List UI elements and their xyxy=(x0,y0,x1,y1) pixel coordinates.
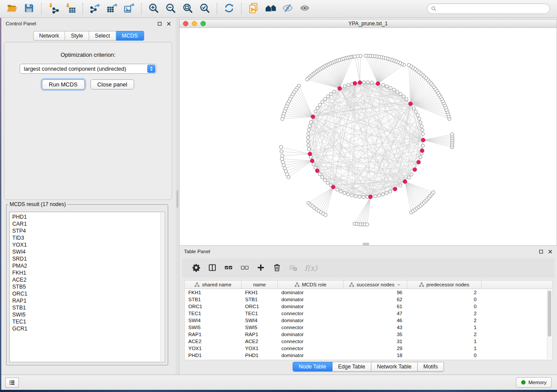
import-network-button[interactable] xyxy=(45,2,62,16)
mcds-result-item[interactable]: TID3 xyxy=(12,234,165,241)
table-row[interactable]: FKH1FKH1dominator962 xyxy=(185,289,552,296)
cell-predecessor-nodes: 1 xyxy=(407,339,481,344)
cell-shared-name: SWI5 xyxy=(185,325,242,330)
zoom-fit-button[interactable] xyxy=(179,2,196,16)
tab-mcds[interactable]: MCDS xyxy=(116,31,144,41)
mcds-result-item[interactable]: SWI4 xyxy=(12,248,165,255)
cell-predecessor-nodes: 0 xyxy=(407,353,481,358)
mcds-result-item[interactable]: ACE2 xyxy=(12,276,165,283)
zoom-out-icon xyxy=(165,3,176,15)
table-row[interactable]: YOX1YOX1connector291 xyxy=(185,345,552,352)
table-settings-button[interactable] xyxy=(188,260,204,276)
function-builder-icon: f(x) xyxy=(304,264,317,272)
table-row[interactable]: SWI5SWI5connector431 xyxy=(185,324,552,331)
table-row[interactable]: ORC1ORC1dominator610 xyxy=(185,303,552,310)
close-panel-button[interactable]: Close panel xyxy=(90,79,135,89)
tab-motifs[interactable]: Motifs xyxy=(418,362,444,371)
mcds-result-item[interactable]: PMA2 xyxy=(12,262,165,269)
column-header-predecessor-nodes[interactable]: predecessor nodes xyxy=(407,281,481,289)
close-window-icon[interactable] xyxy=(183,21,188,26)
mcds-result-item[interactable]: FKH1 xyxy=(12,269,165,276)
cell-name: SWI4 xyxy=(242,318,278,323)
mcds-result-item[interactable]: STB5 xyxy=(12,283,165,290)
import-table-button[interactable] xyxy=(62,2,79,16)
column-header-successor-nodes[interactable]: successor nodes xyxy=(343,281,407,289)
table-row[interactable]: RAP1RAP1dominator352 xyxy=(185,331,552,338)
application-window: Control Panel NetworkStyleSelectMCDS Opt… xyxy=(0,0,557,392)
mcds-result-item[interactable]: TEC1 xyxy=(12,318,165,325)
minimize-window-icon[interactable] xyxy=(192,21,197,26)
memory-button[interactable]: Memory xyxy=(516,377,552,388)
mcds-list-scrollbar[interactable] xyxy=(160,213,164,361)
show-hidden-button[interactable] xyxy=(296,2,313,16)
open-file-button[interactable] xyxy=(3,2,21,16)
mcds-result-item[interactable]: ORC1 xyxy=(12,290,165,297)
zoom-out-button[interactable] xyxy=(162,2,179,16)
tab-network-table[interactable]: Network Table xyxy=(371,362,418,371)
save-session-button[interactable] xyxy=(21,2,38,16)
mcds-result-list[interactable]: PHD1CAR1STP4TID3YOX1SWI4SRD1PMA2FKH1ACE2… xyxy=(9,212,165,362)
mcds-result-item[interactable]: CAR1 xyxy=(12,220,165,227)
table-row[interactable]: PHD1PHD1dominator180 xyxy=(185,352,552,359)
select-all-columns-button[interactable] xyxy=(220,260,236,276)
mcds-result-item[interactable]: YOX1 xyxy=(12,241,165,248)
float-table-panel-icon[interactable] xyxy=(539,249,543,254)
delete-column-button[interactable] xyxy=(269,260,285,276)
close-table-panel-icon[interactable] xyxy=(548,249,553,254)
search-input[interactable] xyxy=(437,4,550,13)
table-scrollbar-thumb[interactable] xyxy=(548,291,551,337)
table-scrollbar[interactable] xyxy=(547,289,552,359)
tab-edge-table[interactable]: Edge Table xyxy=(332,362,371,371)
maximize-window-icon[interactable] xyxy=(201,21,206,26)
hide-selected-button[interactable] xyxy=(279,2,296,16)
splitter-grip[interactable] xyxy=(176,190,178,208)
close-panel-icon[interactable] xyxy=(166,21,171,26)
cell-successor-nodes: 29 xyxy=(343,346,407,351)
unselect-all-columns-button[interactable] xyxy=(236,260,253,276)
criterion-select[interactable]: largest connected component (undirected) xyxy=(20,64,157,74)
refresh-button[interactable] xyxy=(221,2,238,16)
mcds-result-item[interactable]: PHD1 xyxy=(12,213,165,220)
table-row[interactable]: STB1STB1dominator620 xyxy=(185,296,552,303)
export-table-button[interactable] xyxy=(104,2,121,16)
column-label: predecessor nodes xyxy=(426,282,469,287)
tab-select[interactable]: Select xyxy=(89,31,116,41)
column-header-name[interactable]: name xyxy=(242,281,278,289)
first-neighbors-button[interactable] xyxy=(262,2,279,16)
panel-splitter[interactable] xyxy=(176,18,179,375)
mcds-result-item[interactable]: SWI5 xyxy=(12,311,165,318)
create-column-button[interactable] xyxy=(253,260,269,276)
cell-mcds-role: dominator xyxy=(278,332,343,337)
mcds-result-item[interactable]: SRD1 xyxy=(12,255,165,262)
cell-mcds-role: connector xyxy=(278,339,343,344)
network-window-titlebar[interactable]: YPA_prune.txt_1 xyxy=(180,20,557,28)
horizontal-splitter-grip[interactable] xyxy=(363,243,369,245)
mcds-result-item[interactable]: STB1 xyxy=(12,304,165,311)
desktop-wallpaper-edge xyxy=(0,390,557,392)
run-mcds-button[interactable]: Run MCDS xyxy=(42,79,85,89)
table-row[interactable]: ACE2ACE2connector311 xyxy=(185,338,552,345)
export-image-button[interactable] xyxy=(121,2,138,16)
zoom-selected-button[interactable] xyxy=(196,2,213,16)
tab-network[interactable]: Network xyxy=(33,31,65,41)
mcds-result-item[interactable]: RAP1 xyxy=(12,297,165,304)
table-row[interactable]: SWI4SWI4dominator462 xyxy=(185,317,552,324)
network-canvas[interactable] xyxy=(180,28,557,245)
float-panel-icon[interactable] xyxy=(157,21,162,26)
zoom-in-button[interactable] xyxy=(145,2,162,16)
mcds-result-item[interactable]: STP4 xyxy=(12,227,165,234)
table-header-row: shared namenameMCDS rolesuccessor nodesp… xyxy=(185,281,552,289)
column-header-shared-name[interactable]: shared name xyxy=(185,281,242,289)
tab-style[interactable]: Style xyxy=(65,31,89,41)
cell-mcds-role: connector xyxy=(278,311,343,316)
panel-menu-button[interactable] xyxy=(5,378,19,388)
export-network-button[interactable] xyxy=(86,2,104,16)
show-column-panel-button[interactable] xyxy=(204,260,220,276)
clone-network-button[interactable] xyxy=(245,2,262,16)
column-header-mcds-role[interactable]: MCDS role xyxy=(278,281,343,289)
cell-successor-nodes: 47 xyxy=(343,311,407,316)
tab-node-table[interactable]: Node Table xyxy=(293,362,332,371)
table-row[interactable]: TEC1TEC1connector472 xyxy=(185,310,552,317)
mcds-result-item[interactable]: GCR1 xyxy=(12,325,165,332)
uncheck-pair-icon xyxy=(240,263,249,273)
